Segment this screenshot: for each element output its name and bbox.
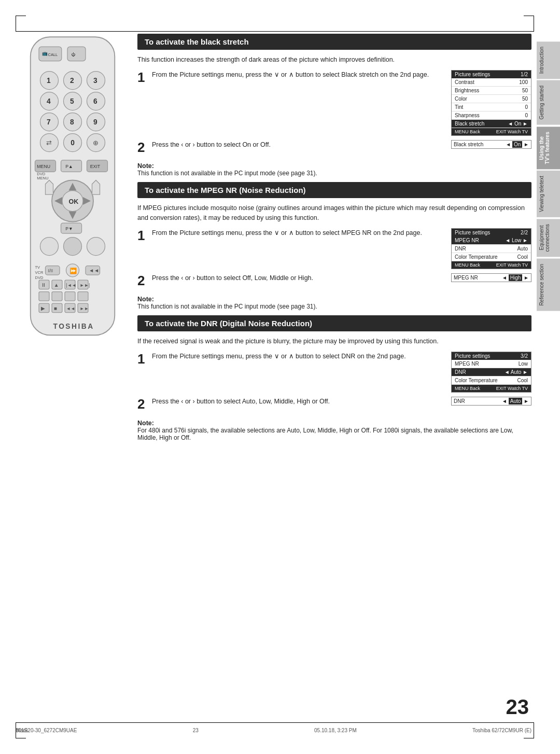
svg-text:⏸: ⏸ — [41, 282, 46, 288]
svg-text:DVD: DVD — [37, 172, 45, 176]
section2-header: To activate the MPEG NR (Noise Reduction… — [137, 182, 531, 198]
sidebar-tab-viewing-teletext[interactable]: Viewing teletext — [537, 171, 560, 217]
step-number-s2-1: 1 — [137, 228, 148, 269]
svg-text:8: 8 — [70, 118, 74, 126]
step-number-s3-1: 1 — [137, 352, 148, 393]
section1-step1: 1 From the Picture settings menu, press … — [137, 70, 531, 136]
page-border-top — [16, 31, 534, 32]
svg-text:►►|: ►►| — [80, 283, 90, 288]
sidebar-tab-introduction[interactable]: Introduction — [537, 41, 560, 79]
svg-text:⊕: ⊕ — [93, 139, 99, 147]
section3-header: To activate the DNR (Digital Noise Reduc… — [137, 315, 531, 331]
step-number-2: 2 — [137, 140, 148, 155]
corner-bracket-tr — [524, 16, 534, 31]
svg-text:DVD: DVD — [35, 275, 44, 280]
svg-text:VCR: VCR — [35, 270, 44, 275]
section1-screen2: Black stretch◄ On ► — [451, 140, 531, 149]
section3-screen1: Picture settings3/2 MPEG NRLow DNR◄ Auto… — [451, 352, 531, 393]
svg-text:TV: TV — [35, 265, 40, 270]
section1-screen1: Picture settings 1/2 Contrast100 Brightn… — [451, 70, 531, 136]
svg-text:0: 0 — [71, 139, 75, 147]
section3-intro: If the received signal is weak and the p… — [137, 337, 531, 346]
svg-point-49 — [40, 238, 59, 256]
section2-step2-text: Press the ‹ or › button to select Off, L… — [152, 273, 446, 283]
svg-rect-72 — [78, 292, 88, 301]
footer-page-num: 23 — [193, 728, 199, 733]
svg-rect-69 — [39, 292, 49, 301]
section1-header: To activate the black stretch — [137, 34, 531, 50]
section1-step2-text: Press the ‹ or › button to select On or … — [152, 140, 446, 150]
svg-text:3: 3 — [93, 77, 97, 85]
svg-text:TOSHIBA: TOSHIBA — [53, 323, 94, 330]
svg-text:⇄: ⇄ — [46, 139, 52, 147]
svg-text:OK: OK — [69, 198, 79, 205]
svg-text:2: 2 — [70, 77, 74, 85]
section2-note: Note: This function is not available in … — [137, 295, 531, 310]
section2-step1: 1 From the Picture settings menu, press … — [137, 228, 531, 269]
section1-note: Note: This function is not available in … — [137, 162, 531, 177]
svg-text:MENU: MENU — [37, 164, 50, 169]
section2-step2: 2 Press the ‹ or › button to select Off,… — [137, 273, 531, 288]
svg-text:P▲: P▲ — [65, 164, 73, 169]
section2-screen1: Picture settings2/2 MPEG NR◄ Low ► DNRAu… — [451, 228, 531, 269]
section1-step1-text: From the Picture settings menu, press th… — [152, 70, 446, 80]
section2-step1-text: From the Picture settings menu, press th… — [152, 228, 446, 238]
svg-text:◄◄: ◄◄ — [89, 268, 99, 273]
svg-text:EXIT: EXIT — [90, 164, 101, 169]
footer-model: Toshiba 62/72CM9UR (E) — [472, 728, 531, 733]
remote-control-image: 📺 CALL ⏻ 1 2 3 4 5 6 — [16, 34, 130, 446]
svg-text:⏩: ⏩ — [69, 267, 77, 274]
footer-date: 05.10.18, 3:23 PM — [314, 728, 357, 733]
step-number-s3-2: 2 — [137, 397, 148, 412]
svg-text:P▼: P▼ — [65, 226, 73, 231]
page-number: 23 — [506, 695, 529, 719]
svg-text:CALL: CALL — [48, 52, 58, 57]
svg-point-51 — [64, 238, 82, 256]
section3-step2-text: Press the ‹ or › button to select Auto, … — [152, 397, 446, 407]
svg-text:▶: ▶ — [41, 305, 45, 311]
section1-step2: 2 Press the ‹ or › button to select On o… — [137, 140, 531, 155]
section3-screen2: DNR◄ Auto ► — [451, 397, 531, 406]
svg-text:I/II: I/II — [48, 268, 53, 273]
svg-text:⏻: ⏻ — [72, 52, 76, 57]
sidebar-tab-getting-started[interactable]: Getting started — [537, 80, 560, 125]
svg-text:7: 7 — [47, 118, 51, 126]
svg-text:■: ■ — [54, 305, 57, 311]
sidebar-tabs: Introduction Getting started Using theTV… — [537, 41, 560, 311]
svg-rect-4 — [67, 47, 86, 61]
svg-point-50 — [87, 238, 105, 256]
svg-text:MENU: MENU — [37, 176, 48, 180]
footer-black: Black — [16, 728, 28, 733]
sidebar-tab-equipment-connections[interactable]: Equipmentconnections — [537, 219, 560, 257]
step-number-1: 1 — [137, 70, 148, 136]
page-border-bottom — [16, 722, 534, 723]
svg-text:9: 9 — [93, 118, 97, 126]
section3-note: Note: For 480i and 576i signals, the ava… — [137, 419, 531, 441]
svg-text:◄◄: ◄◄ — [66, 306, 75, 311]
sidebar-tab-tv-features[interactable]: Using theTV's features — [537, 127, 560, 169]
svg-text:►►: ►► — [80, 306, 89, 311]
svg-text:▲: ▲ — [54, 282, 59, 288]
svg-text:6: 6 — [93, 97, 97, 105]
step-number-s2-2: 2 — [137, 273, 148, 288]
section1-intro: This function increases the strength of … — [137, 55, 531, 65]
corner-bracket-tl — [16, 16, 26, 31]
section2-intro: If MPEG pictures include mosquito noise … — [137, 203, 531, 223]
section3-step1: 1 From the Picture settings menu, press … — [137, 352, 531, 393]
sidebar-tab-reference-section[interactable]: Reference section — [537, 259, 560, 311]
main-content: 📺 CALL ⏻ 1 2 3 4 5 6 — [16, 34, 531, 720]
section3-step1-text: From the Picture settings menu, press th… — [152, 352, 446, 361]
svg-rect-70 — [52, 292, 62, 301]
svg-rect-71 — [65, 292, 75, 301]
section2-screen2: MPEG NR◄ High ► — [451, 273, 531, 282]
svg-text:5: 5 — [70, 97, 74, 105]
svg-text:|◄◄: |◄◄ — [66, 283, 77, 288]
page-footer: #01E20-30_6272CM9UAE 23 05.10.18, 3:23 P… — [16, 728, 531, 733]
section3-step2: 2 Press the ‹ or › button to select Auto… — [137, 397, 531, 412]
svg-text:4: 4 — [47, 97, 51, 105]
svg-text:1: 1 — [47, 77, 51, 85]
svg-text:📺: 📺 — [42, 50, 48, 57]
